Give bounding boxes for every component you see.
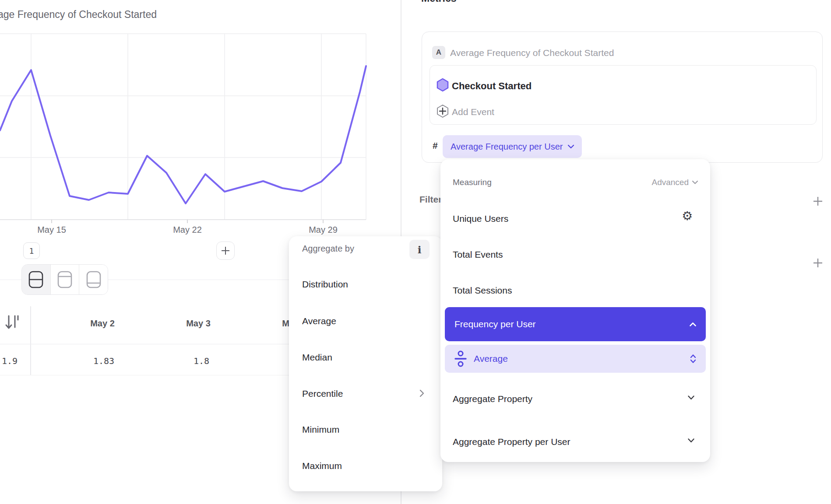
metric-name-input[interactable]: Average Frequency of Checkout Started: [450, 48, 614, 58]
x-axis-label: May 29: [309, 225, 338, 235]
menu-item-minimum[interactable]: Minimum: [302, 424, 339, 435]
menu-item-aggregate-property-per-user[interactable]: Aggregate Property per User: [453, 437, 570, 447]
layout-toggle-chart-only[interactable]: [50, 265, 79, 294]
menu-item-frequency-per-user-selected[interactable]: Frequency per User: [445, 307, 706, 341]
event-hexagon-icon: [437, 78, 449, 92]
add-event-icon: [437, 104, 449, 118]
table-value-cell: 1.9: [2, 356, 18, 366]
plus-icon: [220, 245, 231, 256]
plus-icon: [813, 196, 823, 206]
metric-letter-badge: A: [432, 46, 445, 59]
gear-icon[interactable]: ⚙: [682, 210, 693, 222]
measurement-pill[interactable]: Average Frequency per User: [443, 135, 582, 158]
metric-card: A Average Frequency of Checkout Started …: [422, 32, 823, 163]
split-view-icon: [28, 270, 44, 289]
advanced-label: Advanced: [651, 178, 689, 187]
x-axis-label: May 15: [37, 225, 66, 235]
layout-toggle-table-only[interactable]: [79, 265, 108, 294]
interval-value-chip[interactable]: 1: [23, 242, 40, 259]
menu-item-total-sessions[interactable]: Total Sessions: [453, 285, 512, 296]
chevron-up-icon: [690, 322, 696, 326]
menu-item-total-events[interactable]: Total Events: [453, 249, 503, 260]
sort-descending-icon[interactable]: [4, 314, 19, 331]
table-header-cell[interactable]: May 2: [90, 318, 115, 329]
menu-item-distribution[interactable]: Distribution: [302, 279, 348, 290]
menu-item-average[interactable]: Average: [302, 316, 336, 326]
menu-item-median[interactable]: Median: [302, 352, 332, 363]
menu-subitem-average[interactable]: Average: [445, 345, 706, 373]
aggregate-by-menu: Aggregate by i Distribution Average Medi…: [289, 236, 442, 491]
info-icon[interactable]: i: [409, 240, 430, 259]
chart-title: Average Frequency of Checkout Started: [0, 9, 157, 21]
up-down-chevrons-icon: [690, 354, 696, 364]
menu-item-aggregate-property[interactable]: Aggregate Property: [453, 394, 532, 404]
menu-item-maximum[interactable]: Maximum: [302, 461, 342, 471]
add-breakdown-button[interactable]: [812, 257, 824, 269]
measuring-menu: Measuring Advanced Unique Users ⚙ Total …: [440, 159, 710, 462]
measurement-hash-prefix: #: [433, 140, 438, 151]
insights-report: Average Frequency of Checkout Started Ma…: [0, 0, 831, 504]
x-axis-label: May 22: [173, 225, 202, 235]
table-column-divider: [30, 306, 31, 375]
add-event-button[interactable]: Add Event: [452, 107, 494, 117]
layout-toggle-split-view[interactable]: [22, 265, 50, 294]
add-chip-button[interactable]: [216, 242, 235, 260]
event-name[interactable]: Checkout Started: [452, 80, 532, 92]
table-value-cell: 1.83: [93, 356, 114, 366]
chevron-right-icon: [419, 389, 424, 397]
chevron-down-icon: [688, 438, 694, 443]
chevron-down-icon: [692, 181, 698, 184]
add-filter-button[interactable]: [812, 195, 824, 207]
menu-item-percentile[interactable]: Percentile: [302, 388, 343, 399]
metrics-section-heading: Metrics: [421, 0, 457, 4]
subitem-label: Average: [474, 354, 683, 364]
chevron-down-icon: [568, 145, 574, 149]
event-list-card: Checkout Started Add Event: [430, 65, 817, 125]
line-chart[interactable]: [0, 31, 368, 223]
selected-item-label: Frequency per User: [454, 319, 536, 329]
advanced-toggle[interactable]: Advanced: [651, 178, 698, 187]
menu-item-unique-users[interactable]: Unique Users: [453, 214, 508, 224]
table-header-cell[interactable]: May 3: [186, 318, 211, 329]
layout-toggle-group: [21, 264, 108, 295]
table-value-cell: 1.8: [194, 356, 209, 366]
chevron-down-icon: [688, 396, 694, 400]
aggregate-by-header: Aggregate by: [302, 244, 354, 254]
measuring-header: Measuring: [453, 178, 492, 187]
chart-only-icon: [57, 270, 73, 289]
table-only-icon: [86, 270, 102, 289]
measurement-pill-label: Average Frequency per User: [451, 142, 563, 152]
divide-aggregation-icon: [454, 350, 467, 367]
plus-icon: [813, 258, 823, 268]
